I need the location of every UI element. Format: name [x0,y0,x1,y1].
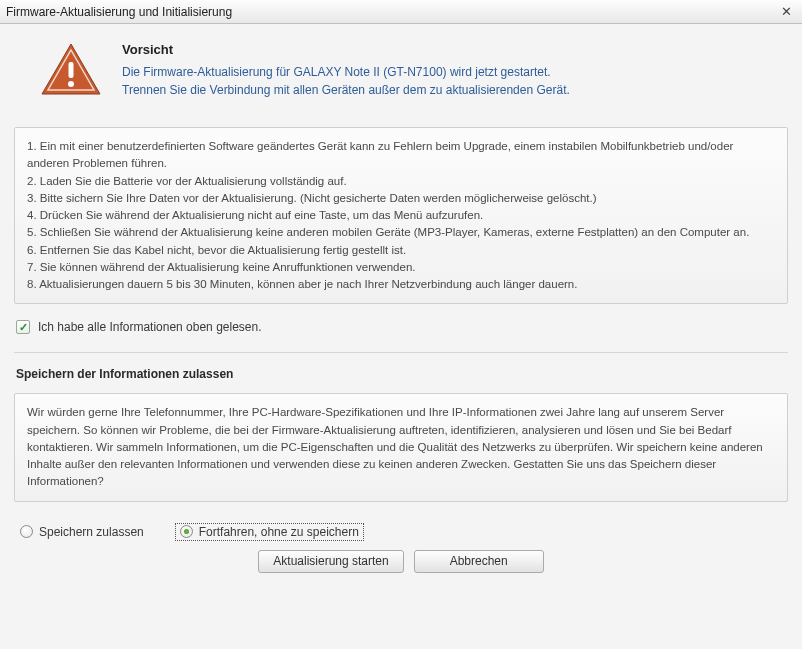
info-item: 8. Aktualisierungen dauern 5 bis 30 Minu… [27,276,775,293]
svg-rect-2 [69,62,74,78]
radio-deny-label: Fortfahren, ohne zu speichern [199,525,359,539]
caution-header: Vorsicht Die Firmware-Aktualisierung für… [14,42,788,99]
caution-text: Vorsicht Die Firmware-Aktualisierung für… [122,42,570,99]
confirm-label: Ich habe alle Informationen oben gelesen… [38,320,262,334]
info-panel: 1. Ein mit einer benutzerdefinierten Sof… [14,127,788,304]
storage-radio-group: Speichern zulassen Fortfahren, ohne zu s… [16,524,786,540]
warning-icon [40,42,102,96]
info-item: 6. Entfernen Sie das Kabel nicht, bevor … [27,242,775,259]
window-title: Firmware-Aktualisierung und Initialisier… [6,5,776,19]
storage-body: Wir würden gerne Ihre Telefonnummer, Ihr… [27,406,763,487]
storage-panel: Wir würden gerne Ihre Telefonnummer, Ihr… [14,393,788,501]
radio-icon [20,525,33,538]
info-item: 1. Ein mit einer benutzerdefinierten Sof… [27,138,775,173]
info-item: 7. Sie können während der Aktualisierung… [27,259,775,276]
titlebar: Firmware-Aktualisierung und Initialisier… [0,0,802,24]
radio-icon [180,525,193,538]
close-icon[interactable]: ✕ [776,4,796,19]
start-update-label: Aktualisierung starten [273,554,388,568]
button-row: Aktualisierung starten Abbrechen [14,550,788,581]
checkbox-icon[interactable]: ✓ [16,320,30,334]
radio-allow-label: Speichern zulassen [39,525,144,539]
info-item: 2. Laden Sie die Batterie vor der Aktual… [27,173,775,190]
info-item: 4. Drücken Sie während der Aktualisierun… [27,207,775,224]
confirm-checkbox-row[interactable]: ✓ Ich habe alle Informationen oben geles… [16,320,786,334]
svg-point-3 [68,81,74,87]
radio-continue-without-save[interactable]: Fortfahren, ohne zu speichern [176,524,363,540]
info-item: 3. Bitte sichern Sie Ihre Daten vor der … [27,190,775,207]
dialog-content: Vorsicht Die Firmware-Aktualisierung für… [0,24,802,587]
divider [14,352,788,353]
start-update-button[interactable]: Aktualisierung starten [258,550,403,573]
caution-line-1: Die Firmware-Aktualisierung für GALAXY N… [122,63,570,81]
cancel-button[interactable]: Abbrechen [414,550,544,573]
info-item: 5. Schließen Sie während der Aktualisier… [27,224,775,241]
radio-allow-save[interactable]: Speichern zulassen [16,524,148,540]
caution-line-2: Trennen Sie die Verbindung mit allen Ger… [122,81,570,99]
storage-section-title: Speichern der Informationen zulassen [16,367,788,381]
caution-title: Vorsicht [122,42,570,57]
cancel-label: Abbrechen [450,554,508,568]
